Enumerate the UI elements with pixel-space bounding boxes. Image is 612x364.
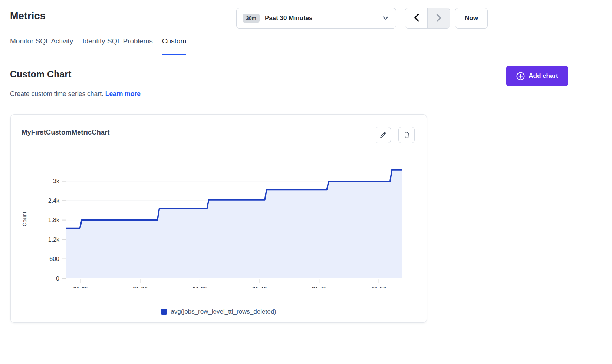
time-next-button[interactable] xyxy=(427,8,450,28)
svg-text:Count: Count xyxy=(22,211,27,226)
add-chart-button[interactable]: Add chart xyxy=(506,66,568,86)
section-heading: Custom Chart xyxy=(10,69,71,80)
chevron-left-icon xyxy=(414,14,419,23)
svg-text:21:50: 21:50 xyxy=(371,286,386,288)
learn-more-link[interactable]: Learn more xyxy=(105,90,141,97)
section-description-text: Create custom time series chart. xyxy=(10,90,103,97)
time-range-label: Past 30 Minutes xyxy=(265,14,313,22)
svg-text:2.4k: 2.4k xyxy=(48,198,60,204)
pencil-icon xyxy=(379,132,386,139)
chevron-down-icon xyxy=(383,16,388,20)
svg-text:1.2k: 1.2k xyxy=(48,236,60,243)
svg-text:0: 0 xyxy=(56,275,59,282)
delete-chart-button[interactable] xyxy=(398,127,415,143)
svg-text:21:25: 21:25 xyxy=(73,286,88,288)
metrics-tabs: Monitor SQL Activity Identify SQL Proble… xyxy=(10,37,602,55)
time-step-button-group xyxy=(405,8,450,29)
time-prev-button[interactable] xyxy=(405,8,427,28)
chart-title: MyFirstCustomMetricChart xyxy=(22,128,109,136)
svg-text:3k: 3k xyxy=(53,178,60,184)
chart-legend: avg(jobs_row_level_ttl_rows_deleted) xyxy=(11,308,427,315)
card-divider xyxy=(22,299,416,299)
now-button[interactable]: Now xyxy=(455,8,488,29)
section-description: Create custom time series chart. Learn m… xyxy=(10,90,141,98)
edit-chart-button[interactable] xyxy=(375,127,391,143)
tab-identify-sql-problems[interactable]: Identify SQL Problems xyxy=(82,37,152,55)
svg-text:1.8k: 1.8k xyxy=(48,217,60,223)
trash-icon xyxy=(403,131,410,139)
timeseries-chart[interactable]: 06001.2k1.8k2.4k3k21:2521:3021:3521:4021… xyxy=(22,154,421,288)
legend-label: avg(jobs_row_level_ttl_rows_deleted) xyxy=(171,308,276,315)
svg-text:21:40: 21:40 xyxy=(252,286,267,288)
svg-text:21:30: 21:30 xyxy=(133,286,148,288)
tab-monitor-sql-activity[interactable]: Monitor SQL Activity xyxy=(10,37,73,55)
chevron-right-icon xyxy=(436,14,441,23)
custom-chart-card: MyFirstCustomMetricChart 06001.2k1.8k2.4… xyxy=(10,114,427,323)
plus-circle-icon xyxy=(516,72,525,80)
add-chart-label: Add chart xyxy=(529,72,558,80)
metrics-page: Metrics 30m Past 30 Minutes Now Monitor … xyxy=(0,0,612,364)
svg-text:600: 600 xyxy=(49,256,59,262)
page-title: Metrics xyxy=(10,10,46,22)
time-range-dropdown[interactable]: 30m Past 30 Minutes xyxy=(236,8,396,29)
svg-text:21:35: 21:35 xyxy=(193,286,207,288)
legend-swatch xyxy=(161,309,167,315)
svg-text:21:45: 21:45 xyxy=(312,286,326,288)
tab-custom[interactable]: Custom xyxy=(162,37,186,55)
time-range-badge: 30m xyxy=(243,14,260,23)
